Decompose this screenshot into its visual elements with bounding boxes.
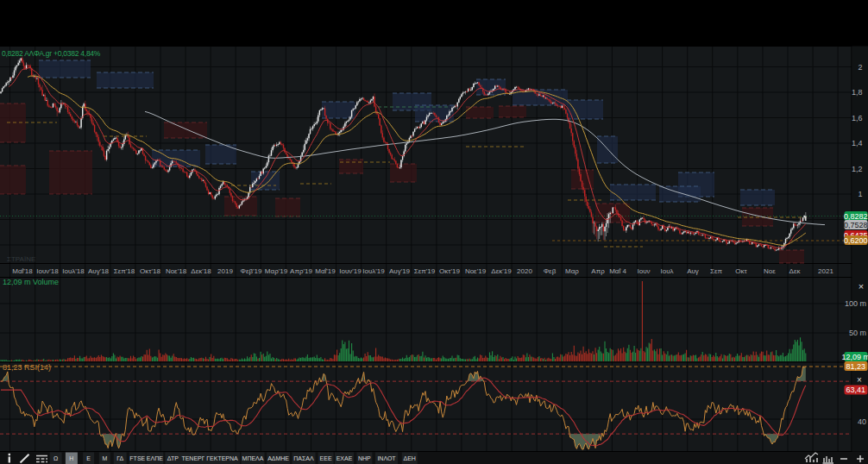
svg-text:Σεπ: Σεπ xyxy=(710,267,723,275)
svg-text:Φεβ'19: Φεβ'19 xyxy=(241,267,263,275)
svg-text:Απρ'19: Απρ'19 xyxy=(290,267,312,275)
svg-text:Αυγ'19: Αυγ'19 xyxy=(389,267,411,275)
svg-text:Οκτ'19: Οκτ'19 xyxy=(439,267,460,275)
svg-text:Οκτ: Οκτ xyxy=(735,267,747,275)
svg-text:ΝΗΡ: ΝΗΡ xyxy=(358,455,371,461)
svg-text:ΙΝΛΟΤ: ΙΝΛΟΤ xyxy=(377,455,396,461)
svg-text:ΜΠΕΛΑ: ΜΠΕΛΑ xyxy=(242,455,264,461)
svg-text:Φεβ: Φεβ xyxy=(544,267,557,275)
svg-text:ΤΕΝΕΡΓ: ΤΕΝΕΡΓ xyxy=(181,455,204,461)
svg-text:Μ: Μ xyxy=(102,455,107,461)
svg-text:ΓΕΚΤΕΡΝΑ: ΓΕΚΤΕΡΝΑ xyxy=(206,455,238,461)
svg-text:1: 1 xyxy=(858,190,862,198)
svg-text:Νοε'18: Νοε'18 xyxy=(166,267,187,275)
svg-text:1,8: 1,8 xyxy=(852,88,863,97)
svg-text:Ιουν: Ιουν xyxy=(637,267,650,275)
svg-text:ΣΤΡΑΪΝΕ: ΣΤΡΑΪΝΕ xyxy=(7,255,35,263)
svg-text:0,7528: 0,7528 xyxy=(844,221,868,229)
svg-text:1,2: 1,2 xyxy=(852,165,863,173)
svg-text:Η: Η xyxy=(69,455,73,461)
svg-text:0,6200: 0,6200 xyxy=(844,236,868,245)
svg-text:Ιουλ'19: Ιουλ'19 xyxy=(362,267,385,275)
svg-text:×: × xyxy=(859,281,864,292)
svg-text:Δεκ'19: Δεκ'19 xyxy=(491,267,512,275)
svg-text:Μαΐ'19: Μαΐ'19 xyxy=(315,267,336,275)
svg-text:81,23: 81,23 xyxy=(846,362,865,371)
svg-text:Μαρ'19: Μαρ'19 xyxy=(265,267,288,275)
svg-text:Μαΐ'18: Μαΐ'18 xyxy=(12,267,33,275)
svg-text:ΕΕΕ: ΕΕΕ xyxy=(320,455,332,461)
svg-text:2019: 2019 xyxy=(217,267,233,275)
svg-text:1,6: 1,6 xyxy=(852,114,863,122)
svg-text:2: 2 xyxy=(858,63,862,72)
svg-text:Νοε: Νοε xyxy=(764,267,776,275)
svg-text:FTSE: FTSE xyxy=(129,455,145,461)
svg-text:81,23 RSI(14): 81,23 RSI(14) xyxy=(3,363,51,372)
svg-text:0,8282: 0,8282 xyxy=(844,212,868,221)
svg-text:Δεκ: Δεκ xyxy=(789,267,802,275)
svg-text:ΕΧΑΕ: ΕΧΑΕ xyxy=(337,455,353,461)
svg-text:12,09 m: 12,09 m xyxy=(841,353,868,361)
svg-text:2021: 2021 xyxy=(818,267,833,275)
svg-text:ΔΤΡ: ΔΤΡ xyxy=(167,455,179,461)
svg-text:63,41: 63,41 xyxy=(846,386,865,394)
svg-text:Μαΐ 4: Μαΐ 4 xyxy=(609,267,626,275)
svg-text:0,8282 ΑΛΦΑ.gr +0,0382 4,84%: 0,8282 ΑΛΦΑ.gr +0,0382 4,84% xyxy=(2,49,101,58)
svg-text:Δεκ'18: Δεκ'18 xyxy=(191,267,211,275)
svg-text:Ιουλ'18: Ιουλ'18 xyxy=(62,267,85,275)
svg-text:40: 40 xyxy=(858,417,866,426)
svg-text:ΠΑΣΑΛ: ΠΑΣΑΛ xyxy=(293,455,314,461)
svg-text:Σεπ'18: Σεπ'18 xyxy=(114,267,135,275)
svg-text:Ω: Ω xyxy=(53,455,58,461)
svg-text:12,09 m Volume: 12,09 m Volume xyxy=(3,278,59,286)
svg-text:Νοε'19: Νοε'19 xyxy=(465,267,487,275)
svg-text:50 m: 50 m xyxy=(849,329,866,337)
svg-text:Ιουλ: Ιουλ xyxy=(660,267,673,275)
svg-text:Ιουν'19: Ιουν'19 xyxy=(339,267,362,275)
svg-text:ΑΔΜΗΕ: ΑΔΜΗΕ xyxy=(267,455,289,461)
svg-text:Ε: Ε xyxy=(86,455,91,461)
svg-text:Μαρ: Μαρ xyxy=(565,267,579,275)
svg-text:ΕΛΠΕ: ΕΛΠΕ xyxy=(147,455,163,461)
svg-text:2020: 2020 xyxy=(517,267,532,275)
svg-text:×: × xyxy=(857,375,862,385)
svg-text:Απρ: Απρ xyxy=(591,267,605,275)
svg-text:1,4: 1,4 xyxy=(852,139,863,147)
svg-text:ΓΔ: ΓΔ xyxy=(116,455,123,461)
svg-text:Αυγ'18: Αυγ'18 xyxy=(88,267,110,275)
svg-text:100 m: 100 m xyxy=(845,299,866,308)
svg-text:Αυγ: Αυγ xyxy=(687,267,699,275)
svg-text:Ιουν'18: Ιουν'18 xyxy=(36,267,59,275)
svg-text:ΔΕΗ: ΔΕΗ xyxy=(403,455,415,461)
svg-text:Σεπ'19: Σεπ'19 xyxy=(414,267,436,275)
svg-text:Οκτ'18: Οκτ'18 xyxy=(140,267,160,275)
